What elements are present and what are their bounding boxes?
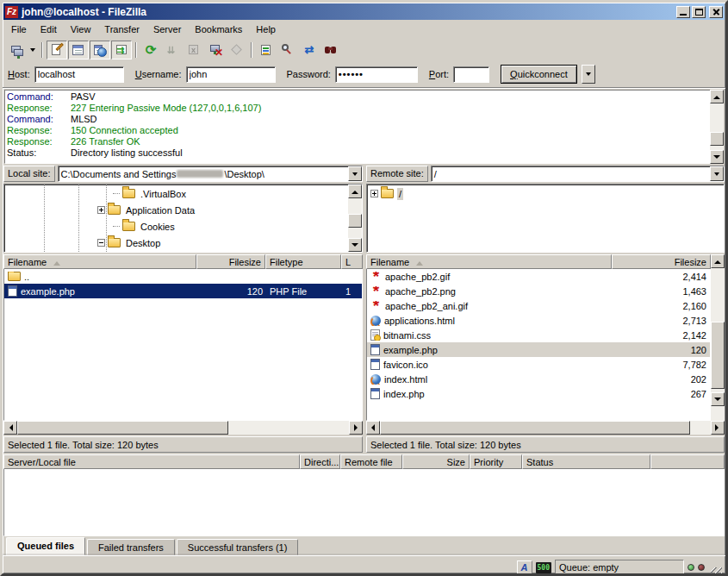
find-files-icon[interactable] <box>320 41 341 59</box>
datatype-indicator-icon: A <box>517 560 532 574</box>
password-input[interactable] <box>335 66 418 83</box>
menu-edit[interactable]: Edit <box>34 22 64 37</box>
tree-item-virtualbox[interactable]: .VirtualBox <box>4 185 348 202</box>
file-row[interactable]: bitnami.css2,142 <box>367 328 710 342</box>
queue-tabs: Queued files Failed transfers Successful… <box>3 536 725 555</box>
host-label: Host: <box>8 69 30 79</box>
tab-queued-files[interactable]: Queued files <box>6 537 85 555</box>
scroll-thumb[interactable] <box>711 322 725 389</box>
column-filename[interactable]: Filename <box>366 254 612 269</box>
maximize-button[interactable] <box>692 6 706 18</box>
local-tree-scrollbar[interactable] <box>348 185 362 252</box>
quickconnect-dropdown[interactable] <box>582 65 595 84</box>
folder-icon <box>108 238 121 247</box>
local-hscrollbar[interactable] <box>3 421 363 435</box>
directory-listing-filters-icon[interactable] <box>256 41 277 59</box>
host-input[interactable] <box>34 66 124 83</box>
column-filename[interactable]: Filename <box>3 254 196 269</box>
toggle-message-log-icon[interactable] <box>47 41 67 59</box>
menu-bookmarks[interactable]: Bookmarks <box>188 22 249 37</box>
disconnect-icon[interactable]: ✕ <box>205 41 226 59</box>
column-filetype[interactable]: Filetype <box>265 254 341 269</box>
file-row-selected[interactable]: example.php120 <box>367 342 710 357</box>
scroll-left-icon[interactable] <box>366 421 380 435</box>
remote-site-dropdown[interactable] <box>710 166 724 181</box>
tree-item-desktop[interactable]: Desktop <box>4 235 348 251</box>
toggle-remote-tree-icon[interactable] <box>90 41 110 59</box>
refresh-icon[interactable]: ⟳ <box>140 41 161 59</box>
queue-body[interactable] <box>3 469 725 536</box>
scroll-right-icon[interactable] <box>711 421 725 435</box>
file-row-example-php[interactable]: example.php 120 PHP File 1 <box>4 284 362 298</box>
file-row[interactable]: favicon.ico7,782 <box>367 357 710 372</box>
window-title: john@localhost - FileZilla <box>22 6 675 18</box>
menu-help[interactable]: Help <box>249 22 283 37</box>
collapse-minus-icon[interactable] <box>97 239 105 247</box>
column-filesize[interactable]: Filesize <box>196 254 265 269</box>
scroll-down-icon[interactable] <box>710 150 724 164</box>
column-last-modified[interactable]: L <box>341 254 363 269</box>
toolbar-separator <box>135 42 137 58</box>
menu-file[interactable]: File <box>4 22 34 37</box>
scroll-thumb[interactable] <box>17 421 228 435</box>
file-row[interactable]: applications.html2,713 <box>367 313 710 328</box>
column-size[interactable]: Size <box>402 454 470 469</box>
remote-list-scrollbar[interactable] <box>711 254 725 421</box>
port-input[interactable] <box>453 66 489 83</box>
expand-plus-icon[interactable] <box>97 206 105 214</box>
column-direction[interactable]: Directi... <box>300 454 340 469</box>
activity-led-green <box>688 564 694 571</box>
column-remote-file[interactable]: Remote file <box>340 454 402 469</box>
local-site-dropdown[interactable] <box>348 166 362 181</box>
scroll-down-icon[interactable] <box>348 238 362 252</box>
menu-server[interactable]: Server <box>146 22 188 37</box>
quickconnect-button[interactable]: Quickconnect <box>501 65 577 84</box>
file-row[interactable]: index.php267 <box>367 386 710 401</box>
scroll-up-icon[interactable] <box>711 254 725 268</box>
scroll-up-icon[interactable] <box>710 90 724 103</box>
toggle-local-tree-icon[interactable] <box>68 41 89 59</box>
remote-file-list[interactable]: *apache_pb2.gif2,414 *apache_pb2.png1,46… <box>366 269 711 421</box>
site-manager-dropdown[interactable] <box>28 41 38 59</box>
tree-item-cookies[interactable]: Cookies <box>4 218 348 235</box>
minimize-button[interactable] <box>676 6 690 18</box>
scroll-thumb[interactable] <box>710 132 724 146</box>
tab-successful-transfers[interactable]: Successful transfers (1) <box>177 539 299 555</box>
tree-item-application-data[interactable]: Application Data <box>4 202 348 218</box>
scroll-thumb[interactable] <box>380 421 690 435</box>
file-row[interactable]: *apache_pb2.png1,463 <box>367 284 710 298</box>
menu-transfer[interactable]: Transfer <box>97 22 146 37</box>
menu-view[interactable]: View <box>64 22 98 37</box>
column-status[interactable]: Status <box>522 454 650 469</box>
scroll-left-icon[interactable] <box>3 421 17 435</box>
scroll-up-icon[interactable] <box>348 185 362 198</box>
toggle-transfer-queue-icon[interactable]: ⇉ <box>111 41 132 59</box>
file-row[interactable]: index.html202 <box>367 372 710 386</box>
ico-file-icon <box>370 359 380 370</box>
remote-site-combo[interactable]: / <box>431 166 725 182</box>
local-site-combo[interactable]: C:\Documents and Settings\Desktop\ <box>58 166 363 182</box>
close-button[interactable] <box>709 6 723 18</box>
directory-comparison-icon[interactable] <box>277 41 298 59</box>
title-bar[interactable]: Fz john@localhost - FileZilla <box>3 3 725 20</box>
resize-grip[interactable] <box>711 567 722 576</box>
file-row-parent-dir[interactable]: .. <box>4 269 362 284</box>
file-row[interactable]: *apache_pb2_ani.gif2,160 <box>367 298 710 313</box>
scroll-right-icon[interactable] <box>349 421 363 435</box>
remote-hscrollbar[interactable] <box>366 421 725 435</box>
synchronized-browsing-icon[interactable]: ⇄ <box>299 41 320 59</box>
expand-plus-icon[interactable] <box>370 190 378 197</box>
local-file-list[interactable]: .. example.php 120 PHP File 1 <box>3 269 363 421</box>
tree-item-root[interactable]: / <box>367 185 724 202</box>
column-server-local-file[interactable]: Server/Local file <box>3 454 300 469</box>
scroll-thumb[interactable] <box>348 214 362 228</box>
redacted-username <box>177 170 223 178</box>
tab-failed-transfers[interactable]: Failed transfers <box>87 539 175 555</box>
log-scrollbar[interactable] <box>710 90 724 164</box>
file-row[interactable]: *apache_pb2.gif2,414 <box>367 269 710 284</box>
site-manager-icon[interactable] <box>6 41 27 59</box>
username-input[interactable] <box>186 66 276 83</box>
column-priority[interactable]: Priority <box>470 454 522 469</box>
scroll-down-icon[interactable] <box>711 392 725 406</box>
column-filesize[interactable]: Filesize <box>612 254 711 269</box>
